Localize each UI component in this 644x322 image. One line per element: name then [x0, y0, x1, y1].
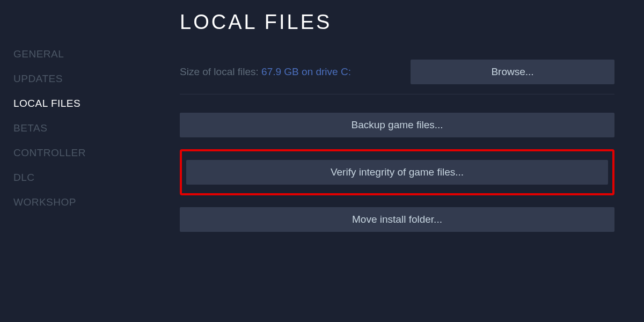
browse-button[interactable]: Browse... [411, 60, 614, 84]
divider [180, 94, 614, 94]
verify-button[interactable]: Verify integrity of game files... [186, 160, 608, 185]
page-title: LOCAL FILES [180, 11, 614, 34]
sidebar: GENERAL UPDATES LOCAL FILES BETAS CONTRO… [0, 0, 166, 322]
main-panel: LOCAL FILES Size of local files: 67.9 GB… [166, 0, 644, 322]
size-row: Size of local files: 67.9 GB on drive C:… [180, 60, 614, 84]
move-button[interactable]: Move install folder... [180, 207, 614, 232]
sidebar-item-local-files[interactable]: LOCAL FILES [13, 92, 166, 117]
size-text-container: Size of local files: 67.9 GB on drive C: [180, 66, 351, 78]
backup-button[interactable]: Backup game files... [180, 113, 614, 137]
sidebar-item-controller[interactable]: CONTROLLER [13, 142, 166, 166]
size-value: 67.9 GB on drive C: [261, 66, 351, 77]
size-label: Size of local files: [180, 66, 261, 77]
sidebar-item-updates[interactable]: UPDATES [13, 68, 166, 92]
sidebar-item-dlc[interactable]: DLC [13, 166, 166, 191]
sidebar-item-workshop[interactable]: WORKSHOP [13, 191, 166, 216]
verify-highlight: Verify integrity of game files... [180, 149, 614, 195]
sidebar-item-betas[interactable]: BETAS [13, 117, 166, 142]
sidebar-item-general[interactable]: GENERAL [13, 43, 166, 68]
